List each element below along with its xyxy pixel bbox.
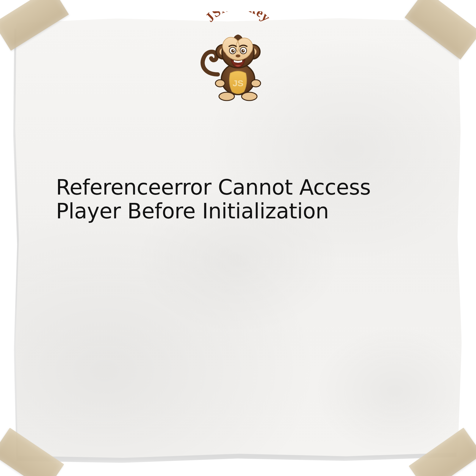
monkey-hand-left [215,80,225,87]
svg-point-7 [243,50,244,51]
monkey-foot-left [219,92,234,101]
svg-point-4 [231,49,235,53]
note-title: Referenceerror Cannot Access Player Befo… [56,176,431,223]
monkey-foot-right [242,92,257,101]
stage: JSMonkey JS [0,0,476,476]
svg-point-5 [241,49,245,53]
brand-arc-text: JSMonkey [203,11,274,25]
js-badge-text: JS [233,78,244,88]
svg-point-8 [236,54,240,57]
monkey-tail [203,52,218,74]
jsmonkey-logo-svg: JSMonkey JS [190,11,286,104]
monkey-hand-right [251,80,261,87]
svg-point-6 [233,50,234,51]
brand-logo: JSMonkey JS [0,11,476,101]
